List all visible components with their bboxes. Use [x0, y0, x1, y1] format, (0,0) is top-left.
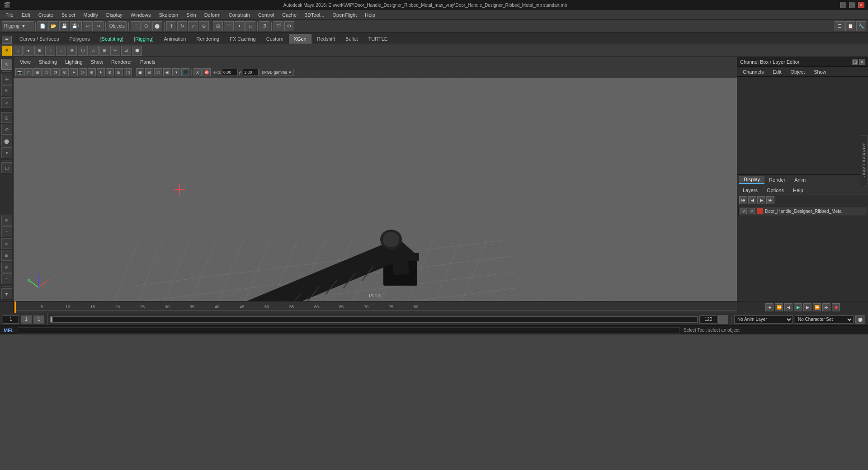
display-tab[interactable]: Display	[739, 176, 764, 184]
layer-visibility[interactable]: V	[741, 208, 747, 214]
gamma-input[interactable]	[243, 69, 259, 76]
tab-bullet[interactable]: Bullet	[340, 34, 363, 44]
menu-select[interactable]: Select	[58, 11, 79, 19]
channel-box-toggle[interactable]: ☰	[835, 21, 844, 31]
pb-next-key[interactable]: ⏩	[813, 303, 821, 311]
vp-menu-renderer[interactable]: Renderer	[108, 58, 136, 66]
save-as-button[interactable]: 💾+	[70, 21, 82, 31]
layer-color-swatch[interactable]	[757, 208, 763, 214]
range-end-input[interactable]	[699, 315, 717, 324]
timeline-scrubber[interactable]	[50, 316, 698, 323]
right-panel-close-btn[interactable]: ✕	[859, 59, 865, 65]
tab-rigging[interactable]: [ Rigging ]	[129, 34, 158, 44]
channels-tab[interactable]: Channels	[739, 68, 767, 75]
scale-tool-button[interactable]: ⤢	[188, 21, 198, 31]
tab-turtle[interactable]: TURTLE	[363, 34, 393, 44]
rotate-tool[interactable]: ↻	[1, 85, 12, 96]
tab-polygons[interactable]: Polygons	[64, 34, 94, 44]
move-tool-button[interactable]: ✛	[166, 21, 176, 31]
xgen-circle-btn[interactable]: ○	[13, 46, 23, 56]
xgen-select-btn[interactable]: ✕	[2, 46, 12, 56]
menu-3dtool[interactable]: 3DTool...	[301, 11, 328, 19]
show-tab[interactable]: Show	[810, 68, 830, 75]
vp-menu-panels[interactable]: Panels	[137, 58, 159, 66]
minimize-button[interactable]: _	[840, 2, 846, 8]
redo-button[interactable]: ↪	[94, 21, 104, 31]
vp-shadow-btn[interactable]: 🌑	[181, 68, 189, 76]
tab-redshift[interactable]: Redshift	[312, 34, 340, 44]
snap-grid-button[interactable]: ⊞	[213, 21, 223, 31]
menu-skin[interactable]: Skin	[183, 11, 199, 19]
tab-sculpting[interactable]: [ Sculpting ]	[95, 34, 128, 44]
vp-btn-12[interactable]: ⊞	[115, 68, 123, 76]
xgen-filled-circle-btn[interactable]: ●	[24, 46, 33, 56]
render-tab[interactable]: Render	[764, 176, 790, 183]
vp-btn-9[interactable]: ⊕	[88, 68, 96, 76]
layers-tab[interactable]: Layers	[739, 187, 761, 194]
layers-btn-2[interactable]: ≡	[1, 226, 12, 237]
tab-rendering[interactable]: Rendering	[191, 34, 224, 44]
vp-btn-4[interactable]: ⬡	[42, 68, 51, 76]
right-panel-float-btn[interactable]: ◫	[852, 59, 858, 65]
menu-windows[interactable]: Windows	[127, 11, 155, 19]
menu-skeleton[interactable]: Skeleton	[155, 11, 182, 19]
soft-mod-tool[interactable]: ◎	[1, 112, 12, 123]
xgen-multi-btn[interactable]: ⊕	[34, 46, 44, 56]
vp-btn-7[interactable]: ●	[70, 68, 78, 76]
tab-bar-settings[interactable]: ☰	[2, 36, 12, 44]
pb-step-back[interactable]: ◀	[784, 303, 793, 311]
mel-input-area[interactable]	[18, 327, 680, 334]
vp-wire-btn[interactable]: ⬡	[154, 68, 162, 76]
snap-point-button[interactable]: •	[235, 21, 245, 31]
options-tab[interactable]: Options	[763, 187, 788, 194]
rotate-tool-button[interactable]: ↻	[177, 21, 187, 31]
menu-display[interactable]: Display	[103, 11, 126, 19]
window-controls[interactable]: _ □ ✕	[840, 2, 864, 8]
vp-btn-10[interactable]: ✦	[97, 68, 105, 76]
range-handle-input[interactable]	[33, 315, 44, 324]
tab-animation[interactable]: Animation	[159, 34, 191, 44]
mode-dropdown[interactable]: Rigging ▼	[2, 21, 33, 31]
menu-create[interactable]: Create	[35, 11, 57, 19]
timeline-range-bar[interactable]	[47, 313, 731, 325]
vp-btn-2[interactable]: ◻	[24, 68, 33, 76]
snap-view-button[interactable]: ◻	[245, 21, 255, 31]
exposure-input[interactable]	[222, 69, 238, 76]
viewport[interactable]: View Shading Lighting Show Renderer Pane…	[14, 57, 737, 301]
xgen-cut-btn[interactable]: ✂	[110, 46, 120, 56]
anim-layer-select[interactable]: No Anim Layer	[734, 315, 793, 324]
vp-menu-lighting[interactable]: Lighting	[61, 58, 86, 66]
layer-first-btn[interactable]: ⏮	[739, 196, 747, 204]
vp-btn-13[interactable]: ◫	[124, 68, 132, 76]
xgen-down-arrow-btn[interactable]: ↓	[56, 46, 66, 56]
vp-menu-shading[interactable]: Shading	[35, 58, 61, 66]
pb-last-frame[interactable]: ⏭	[822, 303, 830, 311]
layers-btn-6[interactable]: ≡	[1, 273, 12, 284]
layers-btn-1[interactable]: ≡	[1, 215, 12, 226]
pb-record[interactable]: ⏺	[832, 303, 840, 311]
pb-play-forward[interactable]: ▶	[794, 303, 802, 311]
vp-four-views-btn[interactable]: ⊞	[145, 68, 153, 76]
open-file-button[interactable]: 📂	[48, 21, 58, 31]
menu-openflight[interactable]: OpenFlight	[329, 11, 360, 19]
vp-xray-btn[interactable]: X	[193, 68, 202, 76]
xgen-grab-btn[interactable]: ⊿	[121, 46, 131, 56]
layer-p-btn[interactable]: P	[749, 208, 755, 214]
pb-prev-key[interactable]: ⏪	[775, 303, 783, 311]
layer-item[interactable]: V P Door_Handle_Designer_Ribbed_Metal	[738, 206, 867, 216]
layers-btn-3[interactable]: ≡	[1, 238, 12, 249]
edit-tab[interactable]: Edit	[769, 68, 785, 75]
select-tool[interactable]: ↖	[1, 59, 12, 70]
viewport-3d[interactable]: X Z Y persp	[14, 78, 737, 301]
timeline-playhead[interactable]	[14, 301, 16, 313]
current-frame-input[interactable]	[3, 315, 19, 324]
menu-modify[interactable]: Modify	[80, 11, 101, 19]
move-tool[interactable]: ✛	[1, 74, 12, 85]
menu-file[interactable]: File	[2, 11, 17, 19]
menu-control[interactable]: Control	[255, 11, 278, 19]
layer-last-btn[interactable]: ⏭	[766, 196, 774, 204]
vp-menu-view[interactable]: View	[16, 58, 34, 66]
vp-btn-5[interactable]: ◔	[52, 68, 60, 76]
xgen-spread-btn[interactable]: ⊛	[67, 46, 77, 56]
lasso-tool-button[interactable]: ⬡	[142, 21, 151, 31]
